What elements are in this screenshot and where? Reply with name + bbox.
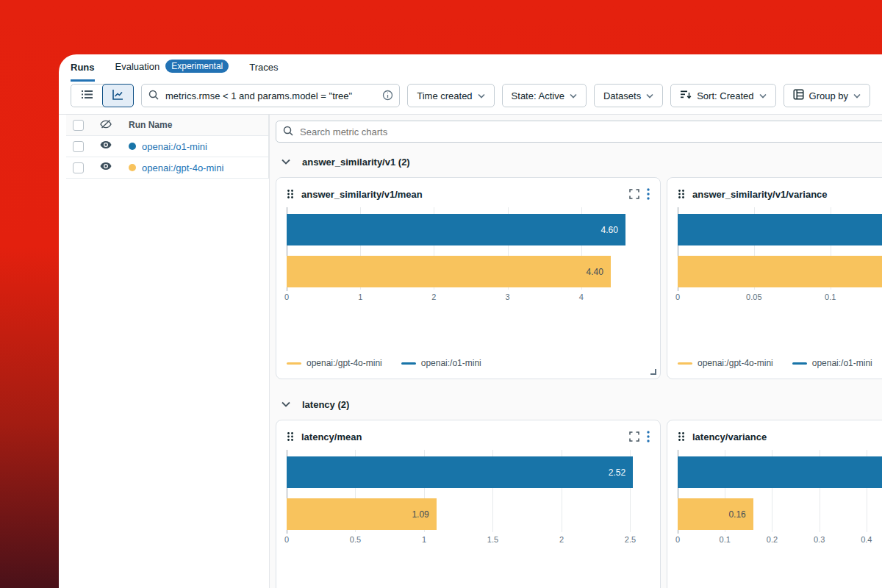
legend-swatch xyxy=(287,362,301,365)
run-name-header: Run Name xyxy=(129,120,268,130)
run-checkbox[interactable] xyxy=(73,141,84,152)
drag-handle-icon[interactable] xyxy=(678,431,685,442)
x-tick-label: 0.1 xyxy=(825,293,836,301)
chevron-down-icon xyxy=(646,93,653,98)
list-view-button[interactable] xyxy=(71,85,103,107)
x-axis: 00.10.20.30.4 xyxy=(678,535,882,547)
x-tick-label: 0 xyxy=(284,293,289,301)
chevron-down-icon xyxy=(853,93,861,98)
x-tick-label: 3 xyxy=(506,293,510,301)
x-tick-label: 0.3 xyxy=(814,535,825,544)
legend-label: openai:/o1-mini xyxy=(421,358,481,368)
time-created-filter[interactable]: Time created xyxy=(407,84,494,107)
tab-traces[interactable]: Traces xyxy=(249,62,278,82)
chart-view-button[interactable] xyxy=(102,84,134,107)
group-by-button[interactable]: Group by xyxy=(784,84,870,107)
sort-button[interactable]: Sort: Created xyxy=(670,84,775,107)
legend-item[interactable]: openai:/gpt-4o-mini xyxy=(678,358,773,368)
run-color-dot xyxy=(129,164,136,171)
group-by-icon xyxy=(793,89,804,102)
x-tick-label: 0.5 xyxy=(350,535,361,544)
x-tick-label: 0 xyxy=(284,535,289,544)
expand-icon[interactable] xyxy=(629,189,639,199)
bar-openai:/gpt-4o-mini xyxy=(678,256,882,287)
chart-title: answer_similarity/v1/variance xyxy=(692,189,828,200)
bar-chart-plot: 4.604.40 xyxy=(287,207,645,290)
x-tick-label: 0.05 xyxy=(746,293,761,301)
bar-openai:/gpt-4o-mini: 0.16 xyxy=(678,498,753,530)
bar-openai:/gpt-4o-mini: 4.40 xyxy=(287,256,611,287)
chevron-down-icon xyxy=(478,93,485,98)
tab-traces-label: Traces xyxy=(249,62,278,73)
datasets-label: Datasets xyxy=(603,90,641,101)
run-checkbox[interactable] xyxy=(73,162,84,173)
tab-runs-label: Runs xyxy=(71,62,95,73)
bar-openai:/o1-mini: 4.60 xyxy=(287,214,625,245)
chart-icon xyxy=(112,88,124,104)
chart-title: answer_similarity/v1/mean xyxy=(301,189,423,200)
info-icon[interactable] xyxy=(382,90,393,104)
bar-openai:/o1-mini xyxy=(678,214,882,245)
bar-openai:/o1-mini: 2.52 xyxy=(287,456,633,488)
legend-label: openai:/gpt-4o-mini xyxy=(698,358,773,368)
chart-legend: openai:/gpt-4o-miniopenai:/o1-mini xyxy=(678,352,882,368)
section-label: answer_similarity/v1 (2) xyxy=(302,157,410,168)
metric-chart-card: answer_similarity/v1/variance 00.050 xyxy=(667,177,882,379)
resize-handle[interactable] xyxy=(650,369,656,375)
chevron-down-icon xyxy=(282,401,290,407)
chart-title: latency/variance xyxy=(692,431,767,442)
legend-label: openai:/gpt-4o-mini xyxy=(306,358,382,368)
kebab-menu-icon[interactable] xyxy=(647,188,650,200)
x-tick-label: 2 xyxy=(431,293,436,301)
run-link[interactable]: openai:/gpt-4o-mini xyxy=(129,162,268,173)
state-label: State: Active xyxy=(512,90,564,101)
kebab-menu-icon[interactable] xyxy=(647,431,650,442)
runs-search-input[interactable] xyxy=(141,84,400,107)
legend-swatch xyxy=(792,362,807,365)
section-label: latency (2) xyxy=(302,399,349,410)
bar-openai:/o1-mini xyxy=(678,456,882,488)
list-icon xyxy=(81,88,93,104)
eye-off-icon[interactable] xyxy=(99,118,129,132)
bar-value-label: 1.09 xyxy=(412,509,429,520)
sort-icon xyxy=(680,90,692,102)
section-answer-similarity[interactable]: answer_similarity/v1 (2) xyxy=(276,151,882,172)
run-link[interactable]: openai:/o1-mini xyxy=(129,141,268,152)
tab-evaluation[interactable]: Evaluation Experimental xyxy=(115,60,229,82)
section-latency[interactable]: latency (2) xyxy=(276,394,882,415)
x-tick-label: 1.5 xyxy=(487,535,498,544)
legend-item[interactable]: openai:/o1-mini xyxy=(792,358,872,368)
x-axis: 00.050.1 xyxy=(678,293,882,304)
experiment-panel: Runs Evaluation Experimental Traces xyxy=(59,54,882,588)
eye-icon[interactable] xyxy=(99,161,129,174)
run-row: openai:/gpt-4o-mini xyxy=(66,157,268,179)
x-tick-label: 2 xyxy=(559,535,564,544)
drag-handle-icon[interactable] xyxy=(287,431,294,442)
tab-runs[interactable]: Runs xyxy=(71,62,95,82)
x-axis: 00.511.522.5 xyxy=(287,535,645,547)
metric-charts-search-input[interactable] xyxy=(276,121,882,143)
bar-value-label: 4.40 xyxy=(587,267,603,277)
drag-handle-icon[interactable] xyxy=(678,189,685,199)
run-name-label: openai:/o1-mini xyxy=(142,141,207,152)
datasets-filter[interactable]: Datasets xyxy=(594,84,663,107)
legend-item[interactable]: openai:/gpt-4o-mini xyxy=(287,358,382,368)
metric-chart-card: latency/mean 2.521.09 00.511.522.5 xyxy=(276,420,661,588)
tab-bar: Runs Evaluation Experimental Traces xyxy=(59,54,882,82)
expand-icon[interactable] xyxy=(629,431,639,442)
eye-icon[interactable] xyxy=(99,140,129,153)
drag-handle-icon[interactable] xyxy=(287,189,294,199)
legend-item[interactable]: openai:/o1-mini xyxy=(401,358,481,368)
bar-openai:/gpt-4o-mini: 1.09 xyxy=(287,498,437,530)
x-axis: 01234 xyxy=(287,293,645,304)
select-all-checkbox[interactable] xyxy=(73,120,84,131)
legend-swatch xyxy=(678,362,692,365)
legend-swatch xyxy=(401,362,416,365)
x-tick-label: 1 xyxy=(358,293,362,301)
state-filter[interactable]: State: Active xyxy=(502,84,587,107)
run-row: openai:/o1-mini xyxy=(66,136,268,157)
run-table-header: Run Name xyxy=(66,115,268,136)
x-tick-label: 0 xyxy=(675,293,680,301)
x-tick-label: 4 xyxy=(579,293,584,301)
bar-chart-plot: 0.16 xyxy=(678,450,882,532)
